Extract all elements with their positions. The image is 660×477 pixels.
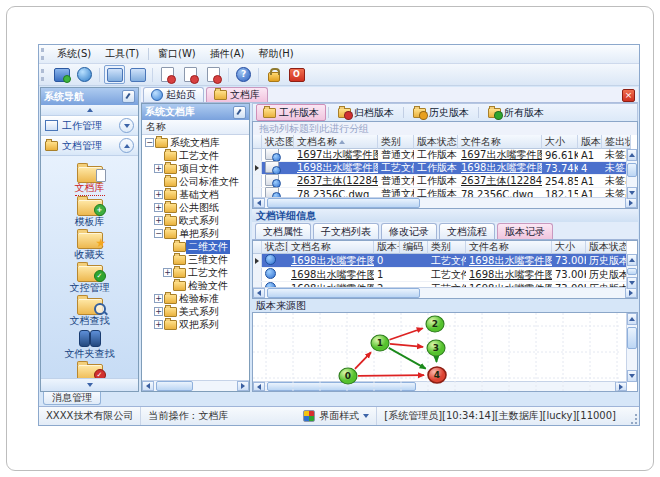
scroll-track[interactable]	[154, 381, 237, 391]
menu-item-3[interactable]: 插件(A)	[203, 47, 252, 61]
toolbar-button-5[interactable]	[180, 65, 201, 84]
scroll-track[interactable]	[265, 198, 625, 208]
interface-style-dropdown[interactable]: 界面样式	[296, 407, 377, 425]
vertical-scrollbar[interactable]	[626, 149, 637, 199]
scroll-thumb[interactable]	[627, 268, 637, 275]
detail-tab-2[interactable]: 修改记录	[381, 223, 437, 239]
tree-node-6[interactable]: +欧式系列	[142, 214, 249, 227]
tree-node-9[interactable]: 三维文件	[142, 253, 249, 266]
scroll-arrow-button[interactable]	[625, 288, 637, 298]
vertical-scrollbar[interactable]	[626, 254, 637, 289]
column-header-7[interactable]: 版本状态	[586, 241, 627, 254]
column-header-1[interactable]: 文档名称	[288, 241, 374, 254]
all-version-button[interactable]: 所有版本	[481, 104, 551, 121]
column-header-0[interactable]: 状态图	[262, 135, 294, 149]
cell[interactable]: 1698出水嘴零件图.dwg	[294, 161, 378, 175]
sidebar-item-4[interactable]: 文档查找	[44, 296, 136, 328]
cell[interactable]: 1698出水嘴零件图.dwg	[458, 161, 542, 175]
column-header-4[interactable]: 类别	[428, 241, 466, 254]
tree-node-13[interactable]: +美式系列	[142, 305, 249, 318]
scroll-thumb[interactable]	[627, 163, 637, 177]
column-header-3[interactable]: 编码	[400, 241, 428, 254]
collapse-icon[interactable]: −	[154, 229, 163, 238]
expand-icon[interactable]: +	[154, 190, 163, 199]
sidebar-expand-strip[interactable]	[41, 378, 138, 391]
expand-icon[interactable]: +	[154, 294, 163, 303]
table-row[interactable]: 78 2356C.dwg普通文档工作版本78 2356C.dwg182.15KB…	[253, 188, 627, 197]
scroll-arrow-button[interactable]	[625, 198, 637, 208]
scroll-arrow-button[interactable]	[627, 277, 637, 289]
expand-icon[interactable]: +	[163, 268, 172, 277]
scroll-thumb[interactable]	[156, 381, 193, 391]
tree-node-8[interactable]: 二维文件	[142, 240, 249, 253]
expand-icon[interactable]: +	[154, 203, 163, 212]
cell[interactable]: 1698出水嘴零件图.dwg	[466, 268, 552, 282]
sidebar-item-1[interactable]: 模板库	[44, 197, 136, 229]
cell[interactable]: 1698出水嘴零件图.dwg	[466, 254, 552, 268]
toolbar-button-4[interactable]	[157, 65, 178, 84]
cell[interactable]: 2637主体(12284).dwg	[294, 174, 378, 188]
toolbar-grip[interactable]	[41, 69, 47, 81]
horizontal-scrollbar[interactable]	[253, 287, 637, 298]
graph-node-3[interactable]: 3	[427, 340, 445, 356]
scroll-arrow-button[interactable]	[253, 198, 265, 208]
column-header-5[interactable]: 大小	[542, 135, 578, 149]
scroll-arrow-button[interactable]	[142, 381, 154, 391]
tab-document-library[interactable]: 文档库	[206, 87, 268, 102]
close-tab-icon[interactable]	[622, 89, 635, 102]
archive-version-button[interactable]: 归档版本	[331, 104, 401, 121]
tree-node-14[interactable]: +双把系列	[142, 318, 249, 331]
expand-icon[interactable]: +	[154, 216, 163, 225]
scroll-thumb[interactable]	[267, 288, 420, 298]
tree-node-10[interactable]: +工艺文件	[142, 266, 249, 279]
sidebar-group-0[interactable]: 工作管理	[41, 116, 138, 136]
graph-node-0[interactable]: 0	[339, 368, 357, 384]
collapse-icon[interactable]: −	[145, 138, 154, 147]
pin-icon[interactable]	[233, 106, 246, 119]
menu-grip[interactable]	[41, 48, 47, 60]
graph-node-1[interactable]: 1	[371, 335, 389, 351]
column-header-6[interactable]: 大小	[552, 241, 586, 254]
toolbar-button-0[interactable]	[51, 65, 72, 84]
sidebar-item-0[interactable]: 文档库	[44, 164, 136, 196]
column-header-2[interactable]: 版本号	[374, 241, 400, 254]
tab-start-page[interactable]: 起始页	[143, 87, 204, 102]
tree-column-header[interactable]: 名称	[142, 120, 249, 135]
tree-node-2[interactable]: +项目文件	[142, 162, 249, 175]
tree-node-5[interactable]: +公共图纸	[142, 201, 249, 214]
history-version-button[interactable]: 历史版本	[406, 104, 476, 121]
toolbar-button-8[interactable]	[263, 65, 284, 84]
column-header-7[interactable]: 签出状态	[602, 135, 631, 149]
toolbar-button-3[interactable]	[127, 65, 148, 84]
scroll-track[interactable]	[265, 288, 625, 298]
column-header-6[interactable]: 版本号	[578, 135, 602, 149]
sidebar-item-6[interactable]: 签出的文档	[44, 362, 136, 378]
expand-icon[interactable]: +	[154, 164, 163, 173]
cell[interactable]: 78 2356C.dwg	[458, 189, 542, 198]
column-header-2[interactable]: 类别	[378, 135, 414, 149]
scroll-track[interactable]	[627, 161, 637, 187]
expand-icon[interactable]: +	[154, 320, 163, 329]
tree-node-0[interactable]: −系统文档库	[142, 136, 249, 149]
menu-item-2[interactable]: 窗口(W)	[151, 47, 203, 61]
pin-icon[interactable]	[122, 90, 135, 103]
column-header-5[interactable]: 文件名称	[466, 241, 552, 254]
tree-node-7[interactable]: −单把系列	[142, 227, 249, 240]
sidebar-item-5[interactable]: 文件夹查找	[44, 329, 136, 361]
horizontal-scrollbar[interactable]	[142, 380, 249, 391]
scroll-arrow-button[interactable]	[627, 149, 637, 161]
graph-node-2[interactable]: 2	[426, 316, 444, 332]
horizontal-scrollbar[interactable]	[253, 197, 637, 208]
column-header-0[interactable]: 状态图	[262, 241, 288, 254]
menu-item-0[interactable]: 系统(S)	[50, 47, 98, 61]
toolbar-button-6[interactable]	[203, 65, 224, 84]
cell[interactable]: 1698出水嘴零件图.dwg	[288, 254, 374, 268]
toolbar-button-9[interactable]	[286, 65, 307, 84]
detail-tab-4[interactable]: 版本记录	[497, 223, 553, 239]
sidebar-collapse-strip[interactable]	[41, 105, 138, 116]
graph-node-4[interactable]: 4	[428, 367, 446, 383]
work-version-button[interactable]: 工作版本	[256, 104, 326, 121]
tree-node-11[interactable]: 检验文件	[142, 279, 249, 292]
sidebar-group-1[interactable]: 文档管理	[41, 136, 138, 156]
sidebar-item-3[interactable]: 文控管理	[44, 263, 136, 295]
